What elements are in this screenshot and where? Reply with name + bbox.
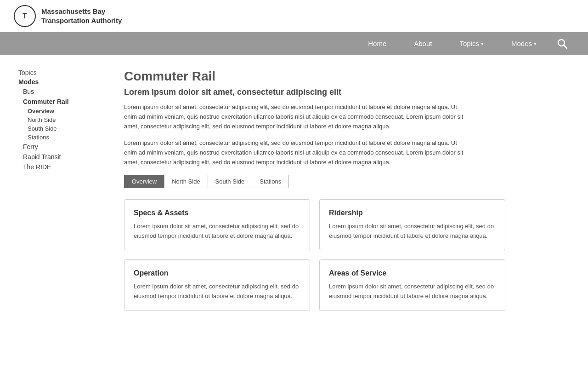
site-header: T Massachusetts Bay Transportation Autho… xyxy=(0,0,588,32)
tab-south-side[interactable]: South Side xyxy=(208,175,252,188)
card-specs-assets-title: Specs & Assets xyxy=(134,209,300,217)
card-areas-of-service-text: Lorem ipsum dolor sit amet, consectetur … xyxy=(329,282,496,301)
logo-icon: T xyxy=(14,5,36,27)
content-tabs: Overview North Side South Side Stations xyxy=(124,175,574,188)
sidebar-topics-label[interactable]: Topics xyxy=(18,69,101,76)
sidebar-modes-label[interactable]: Modes xyxy=(18,78,101,86)
sidebar-item-ferry[interactable]: Ferry xyxy=(18,142,101,152)
tab-north-side[interactable]: North Side xyxy=(164,175,207,188)
tab-overview[interactable]: Overview xyxy=(124,175,164,188)
card-ridership-title: Ridership xyxy=(329,209,496,217)
card-operation[interactable]: Operation Lorem ipsum dolor sit amet, co… xyxy=(124,259,310,311)
body-text-2: Lorem ipsum dolor sit amet, consectetur … xyxy=(124,138,469,167)
tab-stations[interactable]: Stations xyxy=(252,175,289,188)
sidebar-item-rapid-transit[interactable]: Rapid Transit xyxy=(18,152,101,162)
sidebar-subitem-overview[interactable]: Overview xyxy=(18,107,101,115)
main-nav: Home About Topics ▾ Modes ▾ xyxy=(0,32,588,55)
sidebar-subitem-north-side[interactable]: North Side xyxy=(18,115,101,124)
card-specs-assets[interactable]: Specs & Assets Lorem ipsum dolor sit ame… xyxy=(124,199,310,251)
cards-grid: Specs & Assets Lorem ipsum dolor sit ame… xyxy=(124,199,505,311)
sidebar-item-bus[interactable]: Bus xyxy=(18,86,101,97)
card-operation-text: Lorem ipsum dolor sit amet, consectetur … xyxy=(134,282,300,301)
topics-arrow-icon: ▾ xyxy=(481,32,484,55)
nav-about[interactable]: About xyxy=(400,32,446,55)
card-operation-title: Operation xyxy=(134,269,300,277)
search-button[interactable] xyxy=(550,32,574,55)
card-areas-of-service[interactable]: Areas of Service Lorem ipsum dolor sit a… xyxy=(319,259,505,311)
card-ridership[interactable]: Ridership Lorem ipsum dolor sit amet, co… xyxy=(319,199,505,251)
sidebar: Topics Modes Bus Commuter Rail Overview … xyxy=(18,69,110,311)
card-specs-assets-text: Lorem ipsum dolor sit amet, consectetur … xyxy=(134,222,300,241)
modes-arrow-icon: ▾ xyxy=(534,32,537,55)
page-subtitle: Lorem ipsum dolor sit amet, consectetur … xyxy=(124,87,574,97)
logo-text: Massachusetts Bay Transportation Authori… xyxy=(41,7,122,25)
sidebar-subitem-stations[interactable]: Stations xyxy=(18,133,101,142)
nav-topics[interactable]: Topics ▾ xyxy=(446,32,498,55)
sidebar-item-commuter-rail[interactable]: Commuter Rail xyxy=(18,97,101,107)
body-text-1: Lorem ipsum dolor sit amet, consectetur … xyxy=(124,103,469,131)
page-title: Commuter Rail xyxy=(124,69,574,84)
card-areas-of-service-title: Areas of Service xyxy=(329,269,496,277)
main-content: Commuter Rail Lorem ipsum dolor sit amet… xyxy=(110,69,574,311)
logo-container[interactable]: T Massachusetts Bay Transportation Autho… xyxy=(14,5,122,27)
main-layout: Topics Modes Bus Commuter Rail Overview … xyxy=(0,55,588,325)
svg-line-1 xyxy=(564,46,567,49)
card-ridership-text: Lorem ipsum dolor sit amet, consectetur … xyxy=(329,222,496,241)
sidebar-subitem-south-side[interactable]: South Side xyxy=(18,124,101,133)
nav-modes[interactable]: Modes ▾ xyxy=(498,32,550,55)
sidebar-item-the-ride[interactable]: The RIDE xyxy=(18,162,101,172)
nav-home[interactable]: Home xyxy=(354,32,400,55)
